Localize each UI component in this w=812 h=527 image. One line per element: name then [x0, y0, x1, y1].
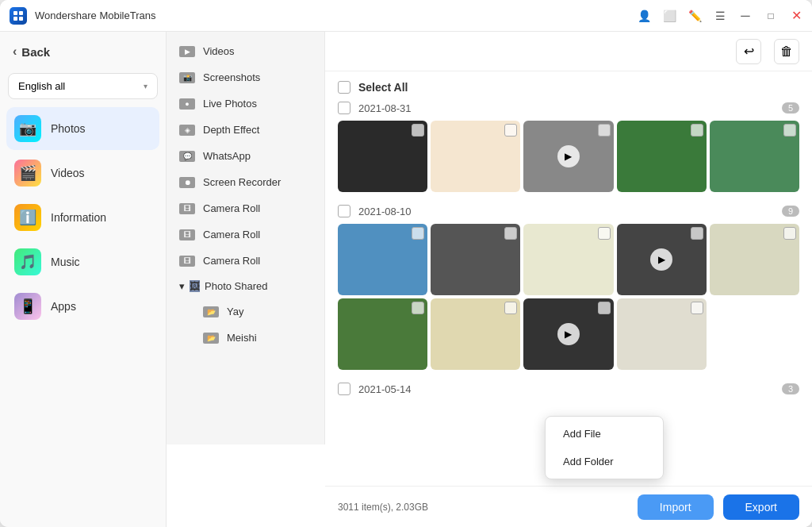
play-icon-p9: ▶ [650, 248, 672, 271]
import-button[interactable]: Import [638, 494, 714, 520]
middle-item-depth-effect[interactable]: ◈ Depth Effect [167, 117, 324, 143]
svg-rect-3 [19, 17, 23, 21]
photo-checkbox-p5[interactable] [783, 124, 796, 137]
sidebar-item-information[interactable]: ℹ️ Information [6, 196, 159, 239]
titlebar: Wondershare MobileTrans 👤 ⬜ ✏️ ☰ ─ □ ✕ [0, 0, 812, 32]
photo-checkbox-p8[interactable] [598, 227, 611, 240]
app-window: Wondershare MobileTrans 👤 ⬜ ✏️ ☰ ─ □ ✕ ‹… [0, 0, 812, 527]
photo-checkbox-p6[interactable] [412, 227, 424, 240]
middle-label-whatsapp: WhatsApp [203, 150, 251, 162]
date-checkbox-1[interactable] [338, 102, 350, 114]
sidebar: ‹ Back English all ▾ 📷 Photos 🎬 Videos ℹ… [0, 32, 167, 527]
middle-label-depth: Depth Effect [203, 124, 259, 136]
photo-checkbox-p14[interactable] [691, 302, 703, 314]
photo-checkbox-p1[interactable] [412, 124, 424, 137]
video-thumb-icon: ▶ [179, 46, 195, 57]
minimize-icon[interactable]: ─ [739, 10, 752, 22]
photo-thumb-p5[interactable] [710, 121, 799, 192]
photo-thumb-p3[interactable]: ▶ [523, 121, 613, 192]
photo-thumb-p6[interactable] [338, 224, 427, 295]
bottom-bar: 3011 item(s), 2.03GB Import Export [325, 486, 812, 527]
sidebar-item-photos[interactable]: 📷 Photos [6, 107, 159, 150]
photo-thumb-p10[interactable] [710, 224, 799, 295]
middle-item-camera-roll-2[interactable]: 🎞 Camera Roll [167, 221, 324, 248]
app-logo [10, 7, 27, 25]
photo-checkbox-p3[interactable] [598, 124, 611, 137]
date-section-2: 2021-08-10 9 [338, 205, 799, 370]
language-selector[interactable]: English all ▾ [8, 73, 158, 99]
delete-button[interactable]: 🗑 [774, 39, 799, 64]
middle-item-camera-roll-1[interactable]: 🎞 Camera Roll [167, 195, 324, 221]
profile-icon[interactable]: 👤 [638, 10, 650, 22]
date-checkbox-2[interactable] [338, 205, 350, 217]
screenshot-thumb-icon: 📸 [179, 72, 195, 83]
date-label-3: 2021-05-14 [358, 383, 412, 395]
undo-button[interactable]: ↩ [736, 39, 761, 64]
middle-item-yay[interactable]: 📂 Yay [190, 298, 324, 325]
middle-item-live-photos[interactable]: ● Live Photos [167, 90, 324, 117]
back-button[interactable]: ‹ Back [0, 40, 166, 68]
whatsapp-thumb-icon: 💬 [179, 151, 195, 162]
right-toolbar: ↩ 🗑 [325, 32, 812, 71]
context-menu-add-file[interactable]: Add File [546, 420, 663, 448]
photo-thumb-p14[interactable] [617, 298, 707, 370]
photo-thumb-p7[interactable] [431, 224, 520, 295]
meishi-label: Meishi [227, 332, 257, 344]
sidebar-nav: 📷 Photos 🎬 Videos ℹ️ Information 🎵 Music… [0, 107, 166, 328]
photo-thumb-p4[interactable] [617, 121, 707, 192]
middle-label-live: Live Photos [203, 98, 257, 110]
middle-item-meishi[interactable]: 📂 Meishi [190, 325, 324, 351]
window-controls: 👤 ⬜ ✏️ ☰ ─ □ ✕ [638, 10, 802, 22]
sidebar-item-apps[interactable]: 📱 Apps [6, 285, 159, 328]
photo-thumb-p13[interactable]: ▶ [523, 298, 613, 370]
window-icon[interactable]: ⬜ [663, 10, 676, 22]
middle-item-camera-roll-3[interactable]: 🎞 Camera Roll [167, 248, 324, 274]
photo-thumb-p8[interactable] [523, 224, 613, 295]
photo-checkbox-p7[interactable] [504, 227, 517, 240]
context-menu-add-folder[interactable]: Add Folder [546, 448, 663, 475]
sidebar-item-videos[interactable]: 🎬 Videos [6, 152, 159, 194]
date-label-1: 2021-08-31 [358, 102, 412, 114]
menu-icon[interactable]: ☰ [714, 10, 726, 22]
date-checkbox-3[interactable] [338, 383, 350, 395]
select-all-checkbox[interactable] [338, 81, 350, 94]
photo-thumb-p1[interactable] [338, 121, 427, 192]
back-label: Back [21, 45, 50, 59]
photo-thumb-p2[interactable] [431, 121, 520, 192]
photo-shared-label: Photo Shared [205, 280, 268, 292]
right-panel-wrapper: ↩ 🗑 Select All [325, 32, 812, 527]
photo-shared-header[interactable]: ▾ 🖼 Photo Shared [167, 274, 324, 298]
count-badge-3: 3 [782, 383, 799, 394]
photo-checkbox-p4[interactable] [691, 124, 703, 137]
select-all-label[interactable]: Select All [358, 81, 408, 94]
back-chevron: ‹ [13, 44, 17, 59]
music-icon: 🎵 [14, 248, 41, 275]
photo-checkbox-p10[interactable] [783, 227, 796, 240]
photo-checkbox-p11[interactable] [412, 302, 424, 314]
middle-item-screenshots[interactable]: 📸 Screenshots [167, 64, 324, 90]
photo-checkbox-p13[interactable] [598, 302, 611, 314]
close-icon[interactable]: ✕ [790, 10, 802, 22]
undo-icon: ↩ [744, 44, 754, 59]
export-button[interactable]: Export [723, 494, 799, 520]
toolbar-actions: ↩ 🗑 [736, 39, 799, 64]
middle-item-videos[interactable]: ▶ Videos [167, 38, 324, 64]
maximize-icon[interactable]: □ [764, 10, 777, 22]
edit-icon[interactable]: ✏️ [688, 10, 701, 22]
photo-checkbox-p2[interactable] [504, 124, 517, 137]
date-row-1: 2021-08-31 5 [338, 102, 799, 114]
photo-grid-1: ▶ [338, 121, 799, 192]
info-icon: ℹ️ [14, 204, 41, 231]
middle-item-whatsapp[interactable]: 💬 WhatsApp [167, 143, 324, 169]
photo-checkbox-p9[interactable] [691, 227, 703, 240]
photo-thumb-p12[interactable] [431, 298, 520, 370]
date-row-3: 2021-05-14 3 [338, 383, 799, 395]
date-label-2: 2021-08-10 [358, 206, 412, 217]
middle-label-screenshots: Screenshots [203, 71, 260, 83]
photo-thumb-p9[interactable]: ▶ [617, 224, 707, 295]
middle-item-screen-recorder[interactable]: ⏺ Screen Recorder [167, 169, 324, 195]
photo-checkbox-p12[interactable] [504, 302, 517, 314]
middle-label-videos: Videos [203, 45, 235, 57]
photo-thumb-p11[interactable] [338, 298, 427, 370]
sidebar-item-music[interactable]: 🎵 Music [6, 240, 159, 283]
